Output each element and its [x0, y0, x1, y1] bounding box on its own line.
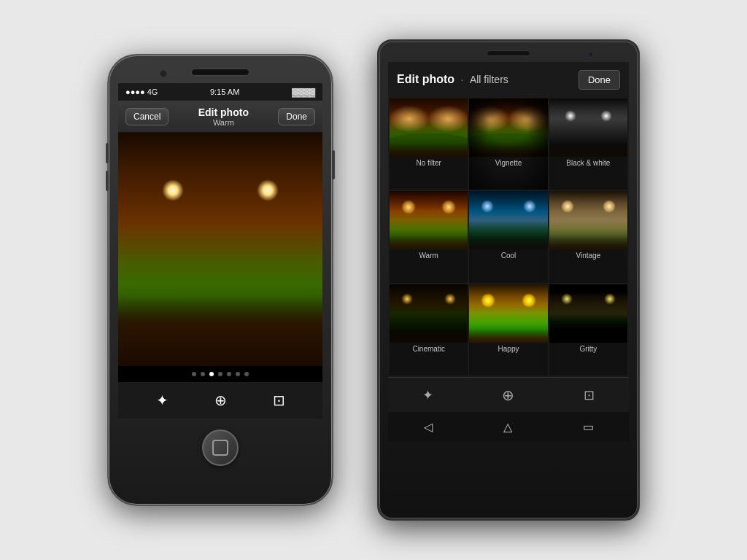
time-display: 9:15 AM [210, 88, 239, 96]
scene: ●●●● 4G 9:15 AM ▓▓▓▓ Cancel Edit photo W… [0, 0, 747, 560]
filter-thumb-warm [390, 191, 468, 249]
iphone-screen: ●●●● 4G 9:15 AM ▓▓▓▓ Cancel Edit photo W… [118, 83, 322, 419]
dot-2 [209, 372, 214, 376]
power-button[interactable] [332, 150, 335, 179]
magic-tool-icon[interactable]: ✦ [156, 392, 169, 409]
filter-thumb-cinematic [390, 284, 468, 343]
happy-light-right [522, 293, 536, 308]
filter-gritty[interactable]: Gritty [549, 284, 627, 376]
filter-preview-bw [549, 98, 627, 157]
home-button[interactable] [202, 429, 239, 466]
photo-preview [118, 133, 322, 366]
filter-thumb-cool [469, 191, 547, 249]
crowd-overlay [118, 296, 322, 366]
android-subtitle: All filters [470, 74, 508, 85]
cancel-button[interactable]: Cancel [125, 108, 169, 125]
home-button-inner [212, 440, 228, 456]
filter-preview-warm [390, 191, 468, 249]
light-left [162, 179, 184, 201]
iphone-toolbar: ✦ ⊕ ⊡ [118, 382, 322, 419]
filter-preview-no-filter [390, 98, 468, 157]
android-action-bar: Edit photo · All filters Done [388, 62, 629, 97]
android-done-button[interactable]: Done [578, 70, 620, 90]
crowd-strip [390, 142, 468, 157]
home-nav-icon[interactable]: △ [503, 420, 512, 434]
dot-1 [201, 372, 205, 376]
android-magic-tool-icon[interactable]: ✦ [422, 387, 433, 403]
crowd-strip [549, 142, 627, 157]
warm-light-right [441, 200, 456, 214]
android-device: Edit photo · All filters Done No filter [377, 39, 640, 521]
filter-label-bw: Black & white [566, 157, 610, 170]
crowd-strip [469, 142, 547, 157]
crowd-strip [469, 328, 547, 343]
filter-thumb-gritty [549, 284, 627, 343]
stadium-lights [118, 179, 322, 201]
iphone-speaker [191, 69, 249, 76]
volume-down-button[interactable] [106, 171, 109, 191]
filters-grid: No filter Vignette [388, 97, 629, 377]
filter-vintage[interactable]: Vintage [549, 191, 627, 282]
title-separator: · [461, 74, 464, 85]
filter-bw[interactable]: Black & white [549, 98, 627, 190]
filter-label-warm: Warm [419, 249, 438, 262]
android-top [379, 42, 638, 62]
filter-thumb-vintage [549, 191, 627, 249]
dot-6 [244, 372, 249, 376]
dot-5 [236, 372, 240, 376]
volume-up-button[interactable] [106, 143, 109, 163]
status-bar: ●●●● 4G 9:15 AM ▓▓▓▓ [118, 83, 322, 101]
filter-preview-cool [469, 191, 547, 249]
gritty-light-right [604, 293, 616, 305]
iphone-nav-bar: Cancel Edit photo Warm Done [118, 101, 322, 133]
filter-label-vintage: Vintage [576, 249, 600, 262]
cinematic-light-right [444, 293, 456, 305]
crop-tool-icon[interactable]: ⊡ [273, 392, 285, 409]
filter-label-no-filter: No filter [416, 157, 441, 170]
filter-warm[interactable]: Warm [390, 191, 468, 282]
signal-indicator: ●●●● 4G [125, 88, 158, 96]
filter-cinematic[interactable]: Cinematic [390, 284, 468, 376]
page-indicator [118, 366, 322, 382]
filter-label-vignette: Vignette [495, 157, 522, 170]
back-nav-icon[interactable]: ◁ [424, 420, 433, 434]
filter-label-happy: Happy [498, 343, 519, 356]
cinematic-light-left [401, 293, 413, 305]
home-area [202, 419, 239, 477]
android-speaker [487, 50, 530, 56]
filter-happy[interactable]: Happy [469, 284, 547, 376]
bw-light-left [565, 110, 576, 122]
filter-cool[interactable]: Cool [469, 191, 547, 282]
recent-nav-icon[interactable]: ▭ [583, 420, 594, 434]
light-right [257, 179, 279, 201]
filter-thumb-bw [549, 98, 627, 157]
filter-no-filter[interactable]: No filter [390, 98, 468, 190]
colors-tool-icon[interactable]: ⊕ [214, 392, 227, 409]
filter-label-cinematic: Cinematic [412, 343, 444, 356]
filter-preview-vintage [549, 191, 627, 249]
battery-indicator: ▓▓▓▓ [292, 88, 315, 96]
android-nav-bar: ◁ △ ▭ [388, 412, 629, 441]
android-title-group: Edit photo · All filters [397, 73, 508, 86]
filter-preview-gritty [549, 284, 627, 343]
warm-light-left [401, 200, 416, 214]
android-crop-tool-icon[interactable]: ⊡ [584, 387, 595, 403]
done-button[interactable]: Done [278, 108, 315, 125]
stadium-image-warm [118, 133, 322, 366]
field-strip [469, 133, 547, 145]
filter-label-gritty: Gritty [579, 343, 597, 356]
nav-subtitle: Warm [198, 118, 249, 127]
android-title: Edit photo [397, 73, 454, 85]
iphone-camera [160, 70, 167, 77]
filter-thumb-no-filter [390, 98, 468, 157]
vintage-light-left [561, 200, 574, 213]
crowd-strip [469, 235, 547, 249]
filter-label-cool: Cool [501, 249, 516, 262]
nav-title-group: Edit photo Warm [198, 106, 249, 127]
dot-4 [227, 372, 231, 376]
crowd-strip [549, 328, 627, 343]
cool-light-right [523, 200, 536, 213]
android-colors-tool-icon[interactable]: ⊕ [502, 386, 514, 404]
filter-vignette[interactable]: Vignette [469, 98, 547, 190]
iphone-device: ●●●● 4G 9:15 AM ▓▓▓▓ Cancel Edit photo W… [107, 54, 333, 506]
